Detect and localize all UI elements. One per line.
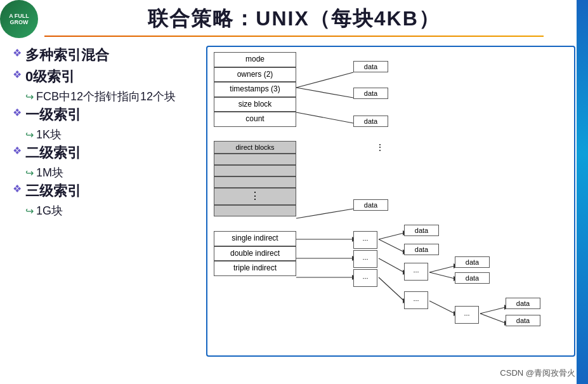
triple-indirect-row: triple indirect: [214, 261, 296, 276]
inode-size-block: size block: [214, 97, 296, 112]
triple-indirect-block3: ···: [455, 306, 479, 324]
direct-row-1: [214, 154, 296, 165]
bullet-level1-text: 一级索引: [25, 105, 81, 124]
triple-indirect-block1: ···: [353, 269, 377, 287]
double-indirect-dots2: ···: [413, 268, 419, 275]
right-bar: [577, 0, 588, 384]
bullet-mixed: ❖ 多种索引混合: [13, 46, 197, 65]
diamond-icon-2: ❖: [13, 69, 22, 81]
top-logo: A FULL GROW: [0, 0, 44, 44]
sub-1g-text: 1G块: [36, 203, 63, 218]
single-indirect-row: single indirect: [214, 231, 296, 246]
data-box-4: data: [353, 199, 388, 211]
arrow-icon-4: ↪: [25, 205, 34, 217]
inode-count: count: [214, 112, 296, 127]
double-indirect-dots1: ···: [362, 255, 368, 263]
diamond-icon-4: ❖: [13, 145, 22, 157]
data-box-5: data: [404, 225, 439, 236]
direct-row-2: [214, 165, 296, 176]
inode-timestamps: timestamps (3): [214, 82, 296, 97]
diamond-icon-5: ❖: [13, 183, 22, 195]
inode-mode: mode: [214, 52, 296, 67]
double-indirect-row: double indirect: [214, 246, 296, 262]
direct-row-last: [214, 205, 296, 216]
svg-line-18: [429, 272, 455, 279]
data-box-6: data: [404, 244, 439, 255]
direct-blocks-group: direct blocks ⋮: [214, 141, 296, 216]
inode-table: mode owners (2) timestamps (3) size bloc…: [214, 52, 296, 127]
header-underline: [44, 36, 544, 37]
bullet-level2-text: 二级索引: [25, 143, 81, 162]
sub-1m: ↪ 1M块: [25, 165, 197, 180]
svg-line-26: [480, 314, 506, 323]
double-indirect-block2: ···: [404, 263, 428, 281]
data-box-8: data: [455, 272, 490, 284]
dots-direct: ⋮: [376, 142, 384, 152]
diamond-icon: ❖: [13, 47, 22, 59]
indirect-rows: single indirect double indirect triple i…: [214, 231, 296, 276]
single-indirect-dots: ···: [362, 236, 368, 244]
bullet-level2: ❖ 二级索引: [13, 143, 197, 162]
sub-1g: ↪ 1G块: [25, 203, 197, 218]
data-box-10: data: [506, 315, 540, 326]
arrow-icon: ↪: [25, 91, 34, 103]
svg-line-24: [480, 307, 506, 314]
arrow-icon-3: ↪: [25, 167, 34, 179]
svg-line-12: [379, 239, 404, 252]
bullet-level3: ❖ 三级索引: [13, 182, 197, 201]
sub-fcb: ↪ FCB中12个指针指向12个块: [25, 89, 197, 104]
page-header: 联合策略：UNIX（每块4KB）: [0, 0, 588, 39]
bullet-level0-text: 0级索引: [25, 67, 75, 86]
footer: CSDN @青阅孜骨火: [500, 367, 575, 379]
svg-line-16: [429, 266, 455, 272]
svg-line-20: [379, 277, 404, 301]
triple-indirect-block2: ···: [404, 291, 428, 309]
diamond-icon-3: ❖: [13, 107, 22, 119]
data-box-1: data: [353, 61, 388, 72]
left-panel: ❖ 多种索引混合 ❖ 0级索引 ↪ FCB中12个指针指向12个块 ❖ 一级索引…: [13, 46, 197, 357]
single-indirect-block: ···: [353, 231, 377, 249]
main-content: ❖ 多种索引混合 ❖ 0级索引 ↪ FCB中12个指针指向12个块 ❖ 一级索引…: [0, 39, 588, 360]
bullet-level3-text: 三级索引: [25, 182, 81, 201]
bullet-level1: ❖ 一级索引: [13, 105, 197, 124]
page-title: 联合策略：UNIX（每块4KB）: [0, 5, 588, 33]
data-box-3: data: [353, 116, 388, 127]
svg-line-14: [379, 258, 404, 272]
direct-dots: ⋮: [214, 188, 296, 205]
inode-owners: owners (2): [214, 67, 296, 83]
sub-1m-text: 1M块: [36, 165, 63, 180]
logo-circle: A FULL GROW: [0, 0, 38, 38]
svg-line-2: [296, 112, 353, 123]
double-indirect-block1: ···: [353, 250, 377, 268]
svg-line-10: [379, 233, 404, 239]
sub-1k: ↪ 1K块: [25, 127, 197, 142]
triple-indirect-dots3: ···: [464, 311, 469, 319]
bullet-mixed-text: 多种索引混合: [25, 46, 109, 65]
data-box-2: data: [353, 88, 388, 99]
svg-line-1: [296, 88, 353, 98]
diagram-container: mode owners (2) timestamps (3) size bloc…: [206, 46, 575, 357]
data-box-9: data: [506, 298, 540, 309]
svg-line-3: [296, 209, 353, 218]
sub-fcb-text: FCB中12个指针指向12个块: [36, 89, 176, 104]
direct-row-3: [214, 176, 296, 188]
data-box-7: data: [455, 256, 490, 268]
direct-blocks-label: direct blocks: [214, 141, 296, 154]
svg-line-22: [429, 301, 455, 314]
arrow-icon-2: ↪: [25, 129, 34, 141]
triple-indirect-dots1: ···: [362, 274, 368, 282]
sub-1k-text: 1K块: [36, 127, 62, 142]
footer-text: CSDN @青阅孜骨火: [500, 368, 575, 378]
bullet-level0: ❖ 0级索引: [13, 67, 197, 86]
svg-line-0: [296, 72, 353, 88]
triple-indirect-dots2: ···: [413, 296, 419, 304]
